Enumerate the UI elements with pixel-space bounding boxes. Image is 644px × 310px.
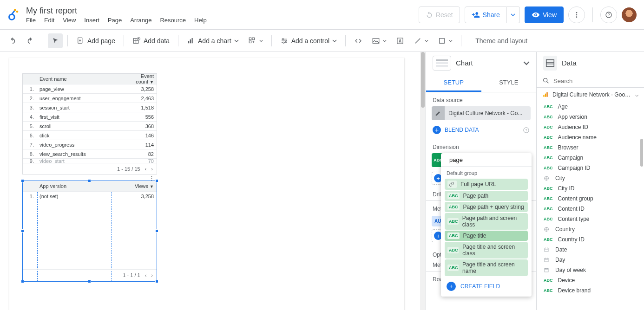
share-dropdown-button[interactable] bbox=[507, 6, 520, 23]
shape-button[interactable] bbox=[434, 33, 456, 48]
tab-setup[interactable]: SETUP bbox=[426, 74, 481, 92]
chevron-down-icon bbox=[425, 39, 428, 43]
svg-text:?: ? bbox=[608, 13, 610, 17]
dimension-search-input[interactable] bbox=[449, 156, 527, 163]
add-data-button[interactable]: Add data bbox=[129, 33, 173, 48]
search-icon bbox=[542, 77, 550, 84]
dimension-option[interactable]: ABCPage title bbox=[445, 231, 528, 241]
chart-more-button[interactable]: ⋮ bbox=[149, 174, 400, 181]
data-search-input[interactable] bbox=[553, 78, 638, 84]
menu-page[interactable]: Page bbox=[108, 17, 122, 24]
chart-type-icon[interactable] bbox=[433, 56, 451, 71]
field-item[interactable]: ABCCampaign ID bbox=[537, 163, 644, 173]
dimension-option[interactable]: ABCPage path + query string bbox=[445, 202, 528, 212]
theme-layout-button[interactable]: Theme and layout bbox=[475, 37, 527, 45]
share-button[interactable]: Share bbox=[465, 6, 507, 23]
svg-point-20 bbox=[283, 42, 284, 43]
doc-title[interactable]: My first report bbox=[26, 6, 419, 16]
chevron-down-icon bbox=[449, 39, 453, 43]
chevron-down-icon bbox=[259, 39, 263, 43]
text-button[interactable] bbox=[392, 33, 408, 48]
pencil-icon bbox=[432, 106, 445, 120]
data-source-row[interactable]: Digital Culture Network - Google A... ⌵ bbox=[537, 88, 644, 102]
community-viz-button[interactable] bbox=[244, 33, 267, 48]
app-version-table-chart[interactable]: App version Views▼ 1.(not set)3,258 1 - … bbox=[22, 181, 157, 282]
dimension-option[interactable]: ABCPage path and screen class bbox=[445, 213, 528, 230]
column-header[interactable]: Event count▼ bbox=[119, 72, 157, 86]
field-item[interactable]: Day bbox=[537, 255, 644, 265]
report-page[interactable]: Event name Event count▼ 1.page_view3,258… bbox=[9, 58, 404, 310]
menu-file[interactable]: File bbox=[26, 17, 36, 24]
data-scrollbar[interactable] bbox=[640, 139, 643, 167]
event-table-chart[interactable]: Event name Event count▼ 1.page_view3,258… bbox=[22, 73, 157, 174]
chevron-down-icon[interactable] bbox=[523, 60, 530, 66]
line-button[interactable] bbox=[410, 33, 432, 48]
control-icon bbox=[280, 37, 289, 45]
column-header[interactable]: App version bbox=[37, 182, 119, 190]
next-page-button[interactable]: › bbox=[151, 166, 153, 172]
undo-button[interactable] bbox=[5, 33, 20, 48]
field-item[interactable]: ABCContent group bbox=[537, 194, 644, 204]
field-item[interactable]: ABCContent type bbox=[537, 214, 644, 224]
create-field-button[interactable]: + CREATE FIELD bbox=[441, 277, 532, 293]
field-item[interactable]: ABCCountry ID bbox=[537, 234, 644, 245]
table-row: 1.page_view3,258 bbox=[23, 84, 157, 93]
svg-rect-22 bbox=[397, 38, 403, 44]
table-row: 7.video_progress114 bbox=[23, 140, 157, 149]
field-item[interactable]: Country bbox=[537, 224, 644, 234]
help-button[interactable]: ? bbox=[600, 6, 617, 23]
field-item[interactable]: City bbox=[537, 173, 644, 183]
dimension-option[interactable]: Full page URL bbox=[445, 179, 528, 190]
share-group: Share bbox=[465, 6, 520, 23]
field-item[interactable]: ABCAge bbox=[537, 102, 644, 112]
field-item[interactable]: Day of week bbox=[537, 265, 644, 275]
add-chart-button[interactable]: Add a chart bbox=[183, 33, 243, 48]
user-avatar[interactable] bbox=[622, 7, 637, 22]
field-item[interactable]: ABCApp version bbox=[537, 112, 644, 122]
menu-resource[interactable]: Resource bbox=[160, 17, 186, 24]
data-panel: Data Digital Culture Network - Google A.… bbox=[536, 52, 644, 310]
column-header[interactable]: Event name bbox=[37, 75, 119, 83]
field-item[interactable]: ABCBrowser bbox=[537, 142, 644, 153]
view-button[interactable]: View bbox=[525, 6, 564, 23]
add-page-button[interactable]: Add page bbox=[72, 33, 119, 48]
data-source-chip[interactable]: Digital Culture Network - Go... bbox=[432, 106, 531, 120]
blend-data-button[interactable]: + BLEND DATA ? bbox=[426, 123, 536, 139]
add-control-button[interactable]: Add a control bbox=[276, 33, 341, 48]
tab-style[interactable]: STYLE bbox=[481, 74, 537, 92]
field-item[interactable]: ABCCity ID bbox=[537, 183, 644, 194]
reset-button[interactable]: Reset bbox=[419, 6, 460, 23]
field-item[interactable]: Date bbox=[537, 245, 644, 255]
dimension-option[interactable]: ABCPage title and screen name bbox=[445, 259, 528, 276]
canvas[interactable]: Event name Event count▼ 1.page_view3,258… bbox=[0, 52, 426, 310]
dimension-option[interactable]: ABCPage title and screen class bbox=[445, 242, 528, 258]
select-tool-button[interactable] bbox=[48, 33, 63, 48]
menu-arrange[interactable]: Arrange bbox=[130, 17, 151, 24]
menu-edit[interactable]: Edit bbox=[44, 17, 54, 24]
field-item[interactable]: ABCCampaign bbox=[537, 153, 644, 163]
svg-rect-30 bbox=[546, 59, 554, 66]
collapse-icon[interactable]: ⌵ bbox=[635, 91, 638, 98]
prev-page-button[interactable]: ‹ bbox=[145, 272, 147, 278]
canvas-scrollbar[interactable] bbox=[420, 52, 426, 310]
redo-button[interactable] bbox=[22, 33, 38, 48]
menu-help[interactable]: Help bbox=[194, 17, 207, 24]
image-button[interactable] bbox=[368, 33, 390, 48]
next-page-button[interactable]: › bbox=[151, 272, 153, 278]
field-item[interactable]: ABCDevice bbox=[537, 275, 644, 285]
column-header[interactable]: Views▼ bbox=[119, 182, 157, 190]
svg-rect-16 bbox=[252, 38, 255, 40]
embed-button[interactable] bbox=[350, 33, 366, 48]
table-row: 9.video_start70 bbox=[23, 158, 157, 163]
chart-panel: Chart SETUP STYLE Data source Digital Cu… bbox=[426, 52, 536, 310]
field-item[interactable]: ABCAudience name bbox=[537, 132, 644, 142]
dimension-option[interactable]: ABCPage path bbox=[445, 191, 528, 201]
help-icon[interactable]: ? bbox=[523, 127, 530, 134]
more-options-button[interactable] bbox=[568, 6, 585, 23]
prev-page-button[interactable]: ‹ bbox=[145, 166, 147, 172]
field-item[interactable]: ABCAudience ID bbox=[537, 122, 644, 132]
field-item[interactable]: ABCDevice brand bbox=[537, 285, 644, 296]
field-item[interactable]: ABCContent ID bbox=[537, 204, 644, 214]
menu-insert[interactable]: Insert bbox=[84, 17, 99, 24]
menu-view[interactable]: View bbox=[63, 17, 76, 24]
